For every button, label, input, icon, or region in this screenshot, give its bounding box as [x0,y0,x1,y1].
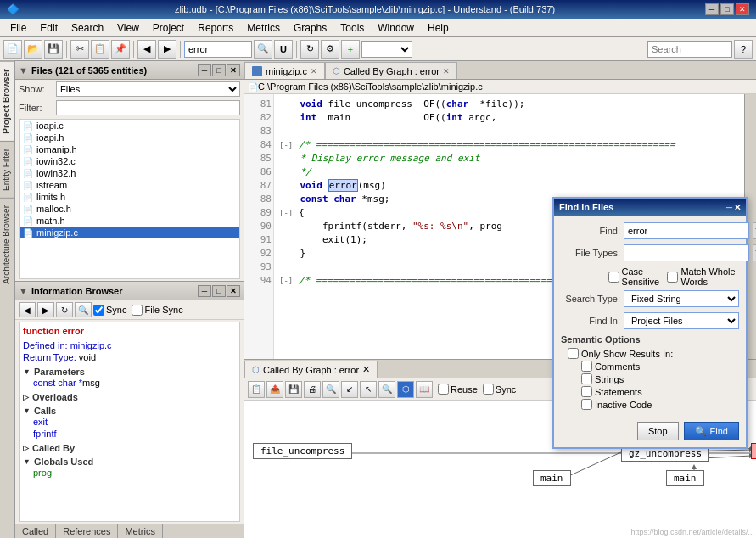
comments-check[interactable]: Comments [581,361,739,372]
file-item-math-h[interactable]: 📄math.h [20,215,239,227]
filetypes-input[interactable] [624,244,749,261]
reuse-checkbox[interactable] [438,384,449,395]
find-input[interactable] [624,222,749,239]
graph-zoom-out-btn[interactable]: ↙ [341,381,358,398]
info-global-prog[interactable]: prog [23,467,236,479]
code-tab-minigzip[interactable]: minigzip.c ✕ [244,62,325,79]
minimize-button[interactable]: ─ [705,3,719,15]
graph-sync-check[interactable]: Sync [483,384,516,395]
files-panel-minimize[interactable]: ─ [198,64,211,76]
dialog-close-btn[interactable]: ✕ [734,203,741,212]
save-button[interactable]: 💾 [44,40,63,59]
copy-button[interactable]: 📋 [91,40,109,59]
menu-file[interactable]: File [3,20,33,36]
graph-node-file-uncompress[interactable]: file_uncompress [253,443,352,459]
sync-checkbox[interactable] [93,305,104,316]
menu-metrics[interactable]: Metrics [240,20,287,36]
find-button[interactable]: 🔍 Find [684,422,739,440]
maximize-button[interactable]: □ [720,3,734,15]
only-show-checkbox[interactable] [568,348,579,359]
menu-reports[interactable]: Reports [191,20,240,36]
close-button[interactable]: ✕ [736,3,749,15]
graph-filter-btn[interactable]: ⬡ [397,381,414,398]
info-params-section[interactable]: ▼ Parameters [23,367,236,377]
tab-metrics[interactable]: Metrics [118,524,162,538]
info-calledby-section[interactable]: ▷ Called By [23,443,236,453]
file-item-minigzip-c[interactable]: 📄minigzip.c [20,227,239,238]
menu-tools[interactable]: Tools [333,20,371,36]
strings-checkbox[interactable] [581,373,592,384]
info-panel-minimize[interactable]: ─ [198,285,211,297]
menu-edit[interactable]: Edit [33,20,64,36]
menu-view[interactable]: View [110,20,146,36]
info-panel-close[interactable]: ✕ [227,285,240,297]
info-overloads-section[interactable]: ▷ Overloads [23,392,236,402]
toolbar-search-input[interactable] [647,41,732,58]
tab-called[interactable]: Called [15,524,56,538]
info-calls-section[interactable]: ▼ Calls [23,406,236,416]
menu-graphs[interactable]: Graphs [287,20,333,36]
file-item-istream[interactable]: 📄istream [20,179,239,191]
graph-select-btn[interactable]: ↖ [360,381,377,398]
only-show-check[interactable]: Only Show Results In: [568,348,739,359]
file-item-iomanip-h[interactable]: 📄iomanip.h [20,143,239,155]
file-item-malloc-h[interactable]: 📄malloc.h [20,203,239,215]
info-search-btn[interactable]: 🔍 [75,302,92,317]
graph-node-error[interactable]: error [751,443,756,459]
sidebar-tab-architecture-browser[interactable]: Architecture Browser [0,198,14,291]
graph-sync-checkbox[interactable] [483,384,494,395]
match-whole-check[interactable]: Match Whole Words [667,266,739,287]
info-refresh-btn[interactable]: ↻ [56,302,73,317]
dialog-minimize-btn[interactable]: ─ [726,203,732,212]
paste-button[interactable]: 📌 [111,40,130,59]
graph-export-btn[interactable]: 📤 [266,381,283,398]
info-forward-btn[interactable]: ▶ [37,302,54,317]
files-panel-close[interactable]: ✕ [227,64,240,76]
file-item-iowin32-h[interactable]: 📄iowin32.h [20,167,239,179]
graph-tab-calledby[interactable]: ⬡ Called By Graph : error ✕ [244,361,378,378]
code-tab-calledby-close[interactable]: ✕ [443,67,450,76]
info-defined-value[interactable]: minigzip.c [70,340,112,350]
sidebar-tab-entity-filter[interactable]: Entity Filter [0,141,14,198]
add-button[interactable]: + [341,40,360,59]
menu-window[interactable]: Window [371,20,421,36]
search-entity-input[interactable] [184,41,252,58]
statements-checkbox[interactable] [581,386,592,397]
stop-button[interactable]: Stop [637,422,679,440]
file-item-ioapi-c[interactable]: 📄ioapi.c [20,120,239,132]
searchtype-select[interactable]: Fixed String Regular Expression [624,290,739,307]
sidebar-tab-project-browser[interactable]: Project Browser [0,61,14,141]
info-filesync-check[interactable]: File Sync [132,305,182,316]
filter-input[interactable] [56,100,240,115]
info-back-btn[interactable]: ◀ [19,302,36,317]
menu-search[interactable]: Search [64,20,110,36]
toolbar-search-help[interactable]: ? [734,40,753,59]
info-call-fprintf[interactable]: fprintf [23,428,236,440]
search-entity-button[interactable]: 🔍 [254,40,272,59]
new-button[interactable]: 📄 [3,40,22,59]
combo-select[interactable] [361,41,412,58]
graph-legend-btn[interactable]: 📖 [416,381,433,398]
inactive-check[interactable]: Inactive Code [581,399,739,410]
files-panel-detach[interactable]: □ [212,64,226,76]
code-tab-close[interactable]: ✕ [311,67,317,76]
findin-select[interactable]: Project Files [624,312,739,329]
forward-button[interactable]: ▶ [158,40,176,59]
graph-node-main-2[interactable]: main [666,470,704,486]
menu-help[interactable]: Help [421,20,456,36]
back-button[interactable]: ◀ [137,40,156,59]
graph-zoom-in-btn[interactable]: 🔍 [322,381,339,398]
file-item-ioapi-h[interactable]: 📄ioapi.h [20,132,239,143]
comments-checkbox[interactable] [581,361,592,372]
bold-button[interactable]: U [274,40,293,59]
case-sensitive-check[interactable]: Case Sensitive [608,266,664,287]
graph-search-btn[interactable]: 🔍 [378,381,395,398]
info-sync-check[interactable]: Sync [93,305,126,316]
options-button[interactable]: ⚙ [321,40,339,59]
case-sensitive-checkbox[interactable] [608,272,619,283]
info-panel-detach[interactable]: □ [212,285,226,297]
file-item-limits-h[interactable]: 📄limits.h [20,191,239,203]
open-button[interactable]: 📂 [24,40,42,59]
graph-copy-btn[interactable]: 📋 [248,381,265,398]
tab-references[interactable]: References [56,524,118,538]
